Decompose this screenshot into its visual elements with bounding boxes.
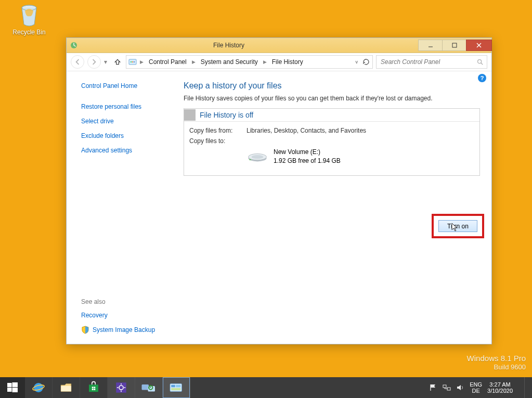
window-minimize-button[interactable] [418,40,443,51]
window-close-button[interactable] [466,40,492,51]
svg-rect-26 [94,387,95,388]
taskbar-control-panel[interactable] [163,377,190,398]
system-tray: ENG DE 3:27 AM 3/10/2020 [429,377,532,398]
svg-rect-24 [89,384,98,392]
watermark-line2: Build 9600 [467,363,526,372]
nav-back-button[interactable] [71,55,84,69]
sidebar-link-advanced[interactable]: Advanced settings [81,146,178,155]
windows-watermark: Windows 8.1 Pro Build 9600 [467,353,526,372]
shield-icon [81,326,89,334]
address-dropdown-icon[interactable]: v [356,59,358,65]
sound-icon[interactable] [456,383,464,392]
desktop-icon-label: Recycle Bin [9,29,49,36]
sidebar-link-restore[interactable]: Restore personal files [81,102,178,111]
taskbar: ENG DE 3:27 AM 3/10/2020 [0,377,532,398]
status-indicator-icon [184,109,196,121]
status-title: File History is off [200,109,253,121]
language-indicator[interactable]: ENG DE [470,381,482,394]
svg-rect-18 [12,382,18,387]
copy-from-value: Libraries, Desktop, Contacts, and Favori… [246,127,366,134]
taskbar-settings[interactable] [108,377,135,398]
start-button[interactable] [0,377,25,398]
breadcrumb-system-security[interactable]: System and Security [199,58,260,66]
breadcrumb-control-panel[interactable]: Control Panel [147,58,189,66]
taskbar-ie[interactable] [25,377,53,398]
sidebar-link-select-drive[interactable]: Select drive [81,117,178,126]
chevron-right-icon: ▶ [139,59,145,65]
gear-icon [114,381,128,394]
see-also-recovery[interactable]: Recovery [81,311,178,320]
refresh-button[interactable] [362,58,370,66]
svg-rect-4 [452,43,457,47]
address-bar[interactable]: ▶ Control Panel ▶ System and Security ▶ … [126,55,373,69]
navbar: ▾ ▶ Control Panel ▶ System and Security … [67,53,491,71]
lang-primary: ENG [470,381,482,388]
highlight-box: Turn on [432,214,484,238]
nav-forward-button[interactable] [87,55,101,69]
hard-drive-icon [246,148,268,163]
svg-rect-20 [12,388,18,392]
window-maximize-button[interactable] [442,40,466,51]
svg-rect-35 [142,384,149,390]
svg-point-11 [478,60,482,63]
svg-point-10 [134,61,135,62]
clock[interactable]: 3:27 AM 3/10/2020 [487,381,513,394]
titlebar[interactable]: File History [67,38,491,53]
control-panel-taskbar-icon [168,381,184,394]
svg-point-15 [252,155,264,159]
drive-free-space: 1.92 GB free of 1.94 GB [274,157,341,165]
turn-on-button[interactable]: Turn on [438,220,477,232]
svg-rect-27 [92,389,94,390]
svg-rect-40 [171,388,180,391]
svg-rect-39 [176,385,180,388]
sidebar-home-link[interactable]: Control Panel Home [81,81,178,91]
control-panel-icon [128,58,137,66]
taskbar-explorer[interactable] [53,377,80,398]
svg-rect-16 [249,159,251,160]
clock-date: 3/10/2020 [487,388,513,394]
status-panel: File History is off Copy files from: Lib… [184,108,480,176]
copy-from-label: Copy files from: [189,127,246,134]
sidebar-link-exclude[interactable]: Exclude folders [81,131,178,140]
svg-rect-38 [171,385,175,388]
content-area: ? Keep a history of your files File Hist… [178,71,491,344]
store-icon [87,381,100,394]
chevron-right-icon: ▶ [191,59,197,65]
lang-secondary: DE [470,388,482,394]
page-heading: Keep a history of your files [184,81,480,91]
svg-point-8 [131,61,132,62]
show-desktop-button[interactable] [524,377,529,398]
chevron-right-icon: ▶ [262,59,268,65]
see-also-system-image-backup[interactable]: System Image Backup [93,325,155,335]
svg-rect-25 [92,387,94,388]
network-icon[interactable] [443,383,451,392]
turn-on-label: Turn on [447,223,469,230]
sidebar: Control Panel Home Restore personal file… [67,71,178,344]
taskbar-store[interactable] [80,377,108,398]
clock-time: 3:27 AM [487,381,513,388]
breadcrumb-file-history[interactable]: File History [270,58,305,66]
svg-rect-41 [443,385,446,388]
page-description: File History saves copies of your files … [184,95,480,102]
flag-icon[interactable] [429,383,437,392]
copy-to-label: Copy files to: [189,137,246,145]
ie-icon [32,381,45,394]
recycle-bin-icon [17,3,42,28]
watermark-line1: Windows 8.1 Pro [467,353,526,364]
svg-rect-17 [7,383,12,387]
search-box[interactable] [376,55,487,69]
desktop-icon-recycle-bin[interactable]: Recycle Bin [9,3,49,36]
drive-name: New Volume (E:) [274,148,341,157]
nav-history-dropdown[interactable]: ▾ [104,58,109,66]
window-title: File History [40,42,418,49]
svg-point-9 [132,61,133,62]
svg-point-21 [34,383,43,392]
nav-up-button[interactable] [112,56,123,68]
windows-logo-icon [7,382,18,393]
help-button[interactable]: ? [478,74,486,82]
taskbar-sync[interactable] [135,377,163,398]
svg-line-12 [481,63,483,65]
folder-icon [59,381,73,394]
search-input[interactable] [380,58,476,66]
see-also-label: See also [81,298,178,305]
